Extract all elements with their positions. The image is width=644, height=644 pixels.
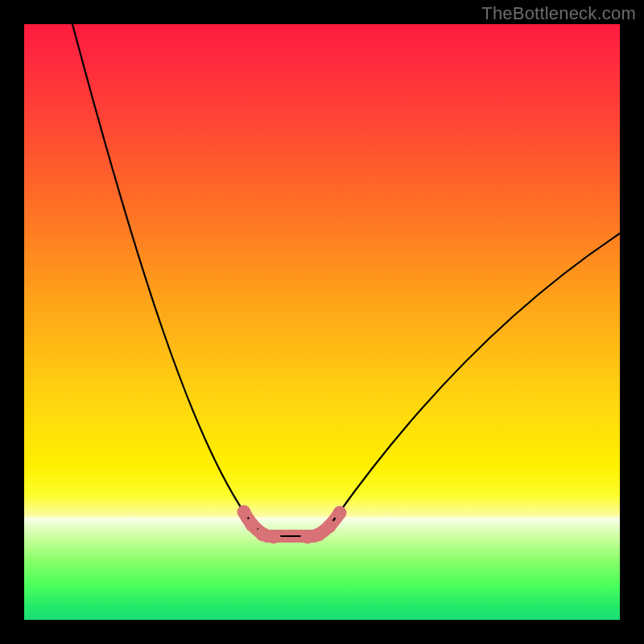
dot bbox=[256, 528, 270, 542]
dot bbox=[301, 530, 315, 544]
dot bbox=[323, 520, 336, 534]
chart-frame: TheBottleneck.com bbox=[0, 0, 644, 644]
dot bbox=[237, 506, 251, 519]
main-curve-line bbox=[72, 24, 620, 536]
curve-layer bbox=[24, 24, 620, 620]
dot bbox=[246, 518, 259, 532]
dot bbox=[333, 506, 347, 520]
watermark-text: TheBottleneck.com bbox=[481, 3, 636, 24]
plot-area bbox=[24, 24, 620, 620]
dot bbox=[267, 530, 281, 544]
